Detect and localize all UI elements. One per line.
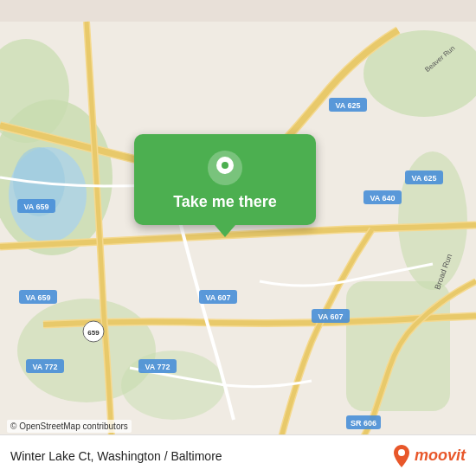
svg-text:VA 659: VA 659 — [23, 203, 48, 211]
location-text: Winter Lake Ct, Washington / Baltimore — [10, 449, 392, 463]
svg-text:SR 606: SR 606 — [351, 419, 376, 428]
svg-text:VA 625: VA 625 — [335, 101, 360, 110]
svg-text:VA 772: VA 772 — [145, 363, 170, 371]
svg-text:VA 640: VA 640 — [370, 194, 395, 203]
svg-text:VA 607: VA 607 — [205, 293, 230, 302]
bottom-bar: Winter Lake Ct, Washington / Baltimore m… — [0, 434, 476, 476]
svg-text:VA 625: VA 625 — [411, 174, 436, 183]
osm-attribution: © OpenStreetMap contributors — [7, 420, 132, 433]
svg-text:VA 772: VA 772 — [32, 363, 57, 371]
location-pin-icon — [207, 150, 243, 186]
moovit-brand-text: moovit — [415, 447, 466, 465]
svg-text:659: 659 — [87, 329, 100, 337]
svg-point-38 — [222, 162, 228, 169]
take-me-there-label: Take me there — [173, 193, 277, 211]
map-background: VA 659 VA 659 659 VA 625 VA 625 VA 640 V… — [0, 0, 476, 476]
moovit-logo: moovit — [392, 445, 466, 467]
map-container: VA 659 VA 659 659 VA 625 VA 625 VA 640 V… — [0, 0, 476, 476]
svg-point-39 — [398, 449, 405, 456]
svg-text:VA 607: VA 607 — [318, 312, 343, 321]
moovit-pin-icon — [392, 445, 411, 467]
take-me-there-button[interactable]: Take me there — [134, 134, 316, 225]
svg-text:VA 659: VA 659 — [25, 293, 50, 302]
